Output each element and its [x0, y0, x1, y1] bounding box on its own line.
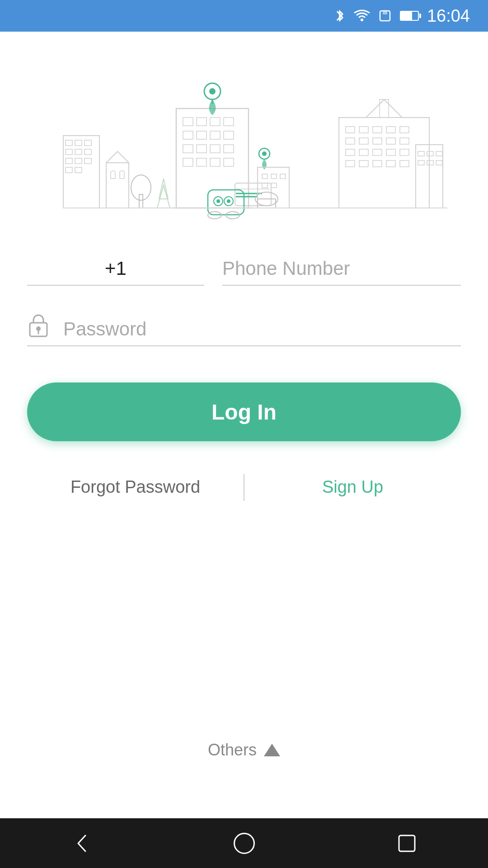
sign-up-button[interactable]: Sign Up [244, 468, 461, 506]
form-container: Log In Forgot Password Sign Up [27, 258, 461, 506]
svg-rect-30 [183, 145, 193, 153]
svg-rect-83 [400, 160, 409, 167]
svg-rect-25 [224, 118, 234, 126]
svg-rect-9 [75, 149, 82, 155]
svg-rect-60 [258, 199, 276, 208]
svg-rect-88 [418, 160, 424, 165]
password-input[interactable] [63, 318, 461, 340]
svg-rect-28 [210, 131, 220, 139]
recent-icon [394, 831, 419, 856]
svg-rect-4 [63, 136, 99, 208]
login-button[interactable]: Log In [27, 382, 461, 441]
svg-rect-79 [346, 160, 355, 167]
svg-rect-29 [224, 131, 234, 139]
svg-rect-57 [280, 174, 286, 179]
svg-rect-90 [436, 160, 442, 165]
status-bar: 16:04 [0, 0, 488, 32]
svg-rect-81 [373, 160, 382, 167]
svg-rect-12 [75, 158, 82, 164]
svg-point-18 [131, 175, 151, 200]
svg-rect-34 [183, 158, 193, 166]
bluetooth-icon [334, 8, 346, 24]
svg-rect-32 [210, 145, 220, 153]
forgot-password-button[interactable]: Forgot Password [27, 468, 244, 506]
svg-point-39 [209, 88, 216, 94]
svg-rect-6 [75, 140, 82, 146]
svg-rect-74 [346, 149, 355, 156]
svg-rect-56 [271, 174, 277, 179]
svg-rect-87 [436, 151, 442, 156]
svg-rect-36 [210, 158, 220, 166]
svg-rect-73 [400, 138, 409, 144]
svg-rect-72 [386, 138, 395, 144]
svg-rect-37 [224, 158, 234, 166]
back-icon [69, 831, 94, 856]
svg-rect-3 [383, 11, 387, 14]
svg-rect-31 [197, 145, 206, 153]
svg-rect-7 [84, 140, 91, 146]
svg-rect-58 [262, 183, 267, 188]
recent-button[interactable] [394, 831, 419, 856]
battery-icon [400, 11, 419, 21]
home-button[interactable] [232, 831, 257, 856]
svg-point-95 [234, 833, 254, 853]
svg-rect-55 [262, 174, 267, 179]
svg-rect-85 [418, 151, 424, 156]
svg-rect-75 [359, 149, 368, 156]
svg-point-53 [262, 151, 267, 156]
svg-rect-15 [75, 167, 82, 173]
country-code-input[interactable] [27, 258, 204, 286]
others-section[interactable]: Others [208, 741, 280, 760]
city-illustration [41, 63, 447, 226]
svg-rect-16 [106, 163, 129, 208]
svg-rect-65 [359, 127, 368, 133]
svg-rect-96 [399, 835, 415, 851]
svg-rect-14 [66, 167, 72, 173]
signal-icon [378, 9, 392, 23]
svg-rect-68 [400, 127, 409, 133]
svg-rect-82 [386, 160, 395, 167]
svg-rect-89 [427, 160, 433, 165]
svg-point-47 [216, 199, 220, 203]
main-content: Log In Forgot Password Sign Up Others [0, 32, 488, 818]
phone-number-input[interactable] [222, 258, 461, 286]
home-icon [232, 831, 257, 856]
svg-rect-13 [84, 158, 91, 164]
links-row: Forgot Password Sign Up [27, 468, 461, 506]
illustration-container [27, 59, 461, 231]
svg-rect-27 [197, 131, 206, 139]
others-label: Others [208, 741, 257, 760]
svg-rect-77 [386, 149, 395, 156]
svg-rect-23 [197, 118, 206, 126]
svg-rect-33 [224, 145, 234, 153]
svg-rect-70 [359, 138, 368, 144]
status-icons: 16:04 [334, 6, 470, 26]
back-button[interactable] [69, 831, 94, 856]
others-triangle-icon [264, 744, 280, 756]
svg-rect-64 [346, 127, 355, 133]
svg-point-49 [227, 199, 230, 203]
svg-rect-26 [183, 131, 193, 139]
svg-rect-76 [373, 149, 382, 156]
svg-rect-35 [197, 158, 206, 166]
status-time: 16:04 [427, 6, 470, 26]
svg-rect-10 [84, 149, 91, 155]
svg-rect-5 [66, 140, 72, 146]
phone-row [27, 258, 461, 286]
nav-bar [0, 818, 488, 868]
svg-rect-22 [183, 118, 193, 126]
password-row [27, 313, 461, 346]
svg-rect-11 [66, 158, 72, 164]
svg-rect-71 [373, 138, 382, 144]
svg-rect-67 [386, 127, 395, 133]
svg-rect-17 [139, 194, 143, 208]
svg-rect-80 [359, 160, 368, 167]
svg-rect-41 [235, 183, 271, 206]
svg-point-1 [361, 19, 363, 21]
svg-rect-69 [346, 138, 355, 144]
svg-rect-78 [400, 149, 409, 156]
svg-rect-8 [66, 149, 72, 155]
svg-rect-86 [427, 151, 433, 156]
svg-rect-59 [271, 183, 277, 188]
svg-rect-24 [210, 118, 220, 126]
